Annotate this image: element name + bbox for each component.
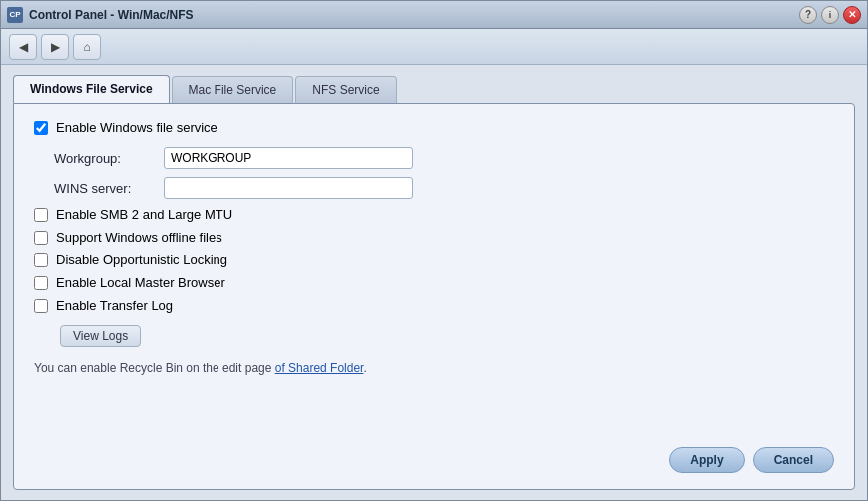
- wins-row: WINS server:: [54, 177, 834, 199]
- tab-windows[interactable]: Windows File Service: [13, 75, 170, 103]
- shared-folder-link[interactable]: of Shared Folder: [275, 361, 364, 375]
- oplock-checkbox[interactable]: [34, 253, 48, 267]
- enable-windows-checkbox[interactable]: [34, 121, 48, 135]
- options-section: Enable SMB 2 and Large MTU Support Windo…: [34, 207, 834, 347]
- smb2-checkbox[interactable]: [34, 208, 48, 222]
- back-button[interactable]: ◀: [9, 34, 37, 60]
- workgroup-row: Workgroup:: [54, 147, 834, 169]
- oplock-label: Disable Opportunistic Locking: [56, 252, 227, 267]
- footer: Apply Cancel: [34, 439, 834, 473]
- toolbar: ◀ ▶ ⌂: [1, 29, 867, 65]
- forward-button[interactable]: ▶: [41, 34, 69, 60]
- tab-nfs[interactable]: NFS Service: [295, 76, 396, 103]
- home-icon: ⌂: [83, 40, 90, 54]
- workgroup-label: Workgroup:: [54, 151, 164, 166]
- window-title: Control Panel - Win/Mac/NFS: [29, 8, 799, 22]
- transfer-row: Enable Transfer Log: [34, 298, 834, 313]
- cancel-button[interactable]: Cancel: [753, 447, 834, 473]
- enable-windows-label: Enable Windows file service: [56, 120, 217, 135]
- oplock-row: Disable Opportunistic Locking: [34, 252, 834, 267]
- home-button[interactable]: ⌂: [73, 34, 101, 60]
- enable-windows-row: Enable Windows file service: [34, 120, 834, 135]
- back-icon: ◀: [19, 40, 28, 54]
- window-icon: CP: [7, 7, 23, 23]
- tab-mac[interactable]: Mac File Service: [172, 76, 294, 103]
- forward-icon: ▶: [51, 40, 60, 54]
- master-label: Enable Local Master Browser: [56, 275, 225, 290]
- transfer-checkbox[interactable]: [34, 299, 48, 313]
- info-button[interactable]: i: [821, 6, 839, 24]
- wins-input[interactable]: [164, 177, 413, 199]
- smb2-label: Enable SMB 2 and Large MTU: [56, 207, 232, 222]
- windows-panel: Enable Windows file service Workgroup: W…: [13, 103, 855, 490]
- offline-row: Support Windows offline files: [34, 230, 834, 245]
- apply-button[interactable]: Apply: [669, 447, 744, 473]
- title-controls: ? i ✕: [799, 6, 861, 24]
- view-logs-button[interactable]: View Logs: [60, 325, 141, 347]
- offline-label: Support Windows offline files: [56, 230, 222, 245]
- info-text: You can enable Recycle Bin on the edit p…: [34, 361, 834, 375]
- master-row: Enable Local Master Browser: [34, 275, 834, 290]
- tab-bar: Windows File Service Mac File Service NF…: [13, 75, 855, 103]
- transfer-label: Enable Transfer Log: [56, 298, 173, 313]
- close-button[interactable]: ✕: [843, 6, 861, 24]
- wins-label: WINS server:: [54, 181, 164, 196]
- title-bar: CP Control Panel - Win/Mac/NFS ? i ✕: [1, 1, 867, 29]
- smb2-row: Enable SMB 2 and Large MTU: [34, 207, 834, 222]
- main-window: CP Control Panel - Win/Mac/NFS ? i ✕ ◀ ▶…: [0, 0, 868, 501]
- content-area: Windows File Service Mac File Service NF…: [1, 65, 867, 500]
- offline-checkbox[interactable]: [34, 231, 48, 245]
- workgroup-input[interactable]: [164, 147, 413, 169]
- master-checkbox[interactable]: [34, 276, 48, 290]
- help-button[interactable]: ?: [799, 6, 817, 24]
- form-section: Enable Windows file service Workgroup: W…: [34, 120, 834, 439]
